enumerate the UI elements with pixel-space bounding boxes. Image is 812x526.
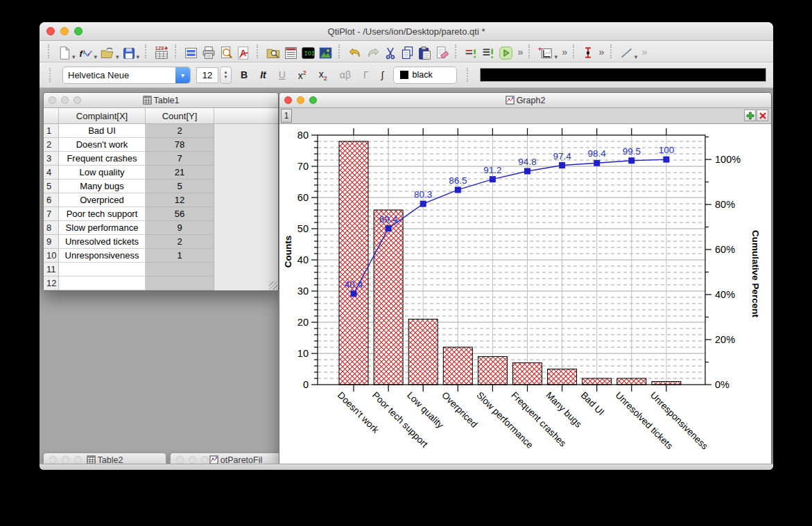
cell-complaint[interactable]: Unresolved tickets [59, 235, 146, 249]
cell-complaint[interactable]: Unresponsiveness [59, 249, 146, 263]
plot-wizard-button[interactable]: + ▾ [536, 42, 559, 60]
print-button[interactable] [200, 42, 218, 60]
cell-count[interactable]: 7 [146, 152, 214, 166]
minimize-button[interactable] [189, 456, 196, 464]
undo-button[interactable] [346, 42, 364, 60]
close-button[interactable] [46, 27, 55, 35]
save-project-button[interactable]: ▾ [121, 42, 141, 60]
error-bars-button[interactable] [580, 42, 596, 60]
graph2-window[interactable]: Graph2 1 40.469.480.386.591.294.897.498.… [279, 92, 772, 464]
cell-count[interactable]: 5 [146, 179, 214, 193]
clear-button[interactable] [433, 42, 451, 60]
cell-complaint[interactable]: Frequent crashes [59, 152, 146, 166]
zoom-button[interactable] [201, 456, 209, 464]
main-titlebar[interactable]: QtiPlot - /Users/ion/Desktop/pareto.qti … [40, 22, 773, 41]
remove-layer-button[interactable] [757, 109, 768, 121]
column-header-count[interactable]: Count[Y] [146, 108, 214, 123]
italic-button[interactable]: It [257, 69, 270, 80]
cell-count[interactable]: 1 [146, 249, 214, 263]
row-number[interactable]: 4 [44, 166, 59, 179]
zoom-button[interactable] [74, 96, 81, 104]
cell-count[interactable] [146, 277, 214, 290]
row-number[interactable]: 3 [44, 152, 59, 166]
font-family-select[interactable]: Helvetica Neue ▾ [62, 67, 191, 84]
text-color-select[interactable]: black [393, 67, 457, 84]
close-button[interactable] [49, 456, 57, 464]
bold-button[interactable]: B [237, 69, 251, 80]
import-ascii-button[interactable]: 123 [153, 42, 171, 60]
draw-line-button[interactable]: ▾ [618, 42, 639, 60]
graph2-titlebar[interactable]: Graph2 [279, 93, 771, 108]
copy-button[interactable] [399, 42, 416, 60]
cell-count[interactable]: 2 [146, 124, 214, 138]
execute-line-button[interactable] [463, 42, 480, 60]
new-note-button[interactable] [182, 42, 200, 60]
close-button[interactable] [176, 456, 184, 464]
new-function-plot-button[interactable]: f ▾ [77, 42, 99, 60]
table1-window[interactable]: Table1 Complaint[X] Count[Y] 1Bad UI22Do… [43, 92, 279, 291]
toolbar-overflow-button[interactable]: » [515, 46, 524, 58]
cell-complaint[interactable]: Many bugs [59, 179, 146, 193]
cell-count[interactable]: 9 [146, 221, 214, 235]
fill-color-bar[interactable] [480, 68, 766, 82]
integral-button[interactable]: ∫ [378, 69, 388, 80]
minimize-button[interactable] [61, 96, 69, 104]
table2-minimized-window[interactable]: Table2 [43, 453, 166, 464]
execute-all-button[interactable] [480, 42, 497, 60]
minimize-button[interactable] [62, 456, 69, 464]
row-number[interactable]: 8 [44, 221, 59, 235]
new-project-button[interactable]: ▾ [55, 42, 77, 60]
cell-complaint[interactable]: Slow performance [59, 221, 146, 235]
add-layer-button[interactable] [744, 109, 756, 121]
toolbar-overflow-button[interactable]: » [596, 46, 605, 58]
close-button[interactable] [49, 96, 56, 104]
cell-complaint[interactable]: Bad UI [59, 124, 146, 138]
cell-count[interactable]: 21 [146, 166, 214, 179]
paste-button[interactable] [416, 42, 433, 60]
script-console-button[interactable]: IOI [300, 42, 317, 60]
row-number[interactable]: 2 [44, 138, 59, 152]
cell-complaint[interactable] [59, 263, 146, 277]
cell-complaint[interactable]: Overpriced [59, 193, 146, 207]
export-pdf-button[interactable]: A [235, 42, 252, 60]
results-log-button[interactable] [282, 42, 300, 60]
zoom-button[interactable] [74, 27, 83, 35]
minimize-button[interactable] [297, 96, 304, 104]
cell-complaint[interactable] [59, 277, 146, 290]
cell-count[interactable] [146, 263, 214, 277]
zoom-button[interactable] [309, 96, 317, 104]
row-number[interactable]: 12 [44, 277, 59, 290]
cell-count[interactable]: 56 [146, 207, 214, 221]
cell-complaint[interactable]: Low quality [59, 166, 146, 179]
cell-count[interactable]: 12 [146, 193, 214, 207]
open-project-button[interactable]: ▾ [98, 42, 121, 60]
row-number[interactable]: 11 [44, 263, 59, 277]
cell-complaint[interactable]: Doesn't work [59, 138, 146, 152]
superscript-button[interactable]: x2 [295, 69, 310, 81]
run-script-button[interactable] [497, 42, 515, 60]
plot-canvas[interactable]: 40.469.480.386.591.294.897.498.499.51000… [279, 124, 771, 464]
corner-header[interactable] [44, 108, 59, 123]
layer-tab-1[interactable]: 1 [281, 109, 292, 123]
resize-grip[interactable] [269, 281, 277, 290]
row-number[interactable]: 6 [44, 193, 59, 207]
cell-complaint[interactable]: Poor tech support [59, 207, 146, 221]
row-number[interactable]: 1 [44, 124, 59, 138]
cell-count[interactable]: 78 [146, 138, 214, 152]
project-explorer-button[interactable] [264, 42, 282, 60]
minimize-button[interactable] [60, 27, 69, 35]
table1-titlebar[interactable]: Table1 [44, 93, 278, 108]
column-header-complaint[interactable]: Complaint[X] [59, 108, 146, 123]
row-number[interactable]: 10 [44, 249, 59, 263]
zoom-button[interactable] [74, 456, 82, 464]
font-size-input[interactable]: 12 [196, 67, 218, 83]
greek-button[interactable]: αβ [336, 69, 354, 80]
underline-button[interactable]: U [275, 69, 289, 80]
row-number[interactable]: 9 [44, 235, 59, 249]
row-number[interactable]: 7 [44, 207, 59, 221]
row-number[interactable]: 5 [44, 179, 59, 193]
subscript-button[interactable]: x2 [316, 69, 331, 82]
cut-button[interactable] [382, 42, 399, 60]
pareto-chart[interactable]: 40.469.480.386.591.294.897.498.499.51000… [279, 124, 770, 464]
toolbar-overflow-button[interactable]: » [559, 46, 569, 58]
